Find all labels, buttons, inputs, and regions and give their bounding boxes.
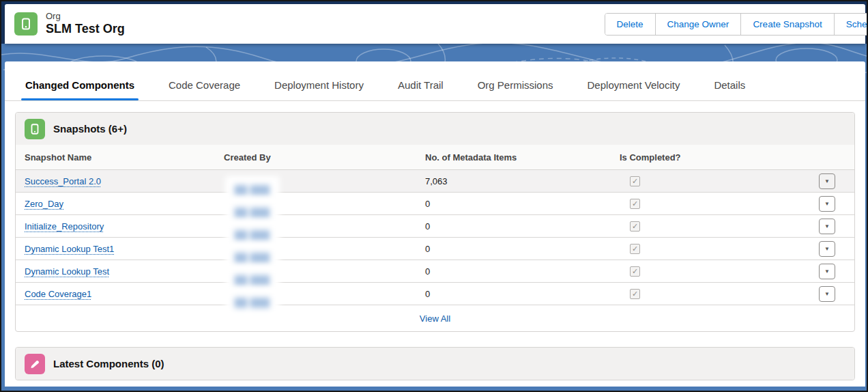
view-all-link[interactable]: View All [420,313,450,324]
tab-deployment-velocity[interactable]: Deployment Velocity [586,79,682,100]
snapshots-icon [25,119,45,139]
schedule-button[interactable]: Schedule [834,14,868,35]
row-actions-dropdown-button[interactable]: ▼ [819,196,835,212]
tab-code-coverage[interactable]: Code Coverage [167,79,242,100]
snapshot-name-link[interactable]: Zero_Day [25,199,63,209]
down-triangle-icon: ▼ [824,291,830,297]
snapshot-name-link[interactable]: Success_Portal 2.0 [25,176,101,186]
table-header-row: Snapshot Name Created By No. of Metadata… [16,145,854,170]
table-row: Dynamic Lookup Test ██ ███ 0 ✓ ▼ [16,260,854,283]
is-completed-checkbox: ✓ [630,199,640,209]
metadata-items-count: 0 [425,289,620,299]
mobile-phone-icon [29,123,41,135]
snapshot-name-link[interactable]: Dynamic Lookup Test [25,266,109,277]
entity-type-label: Org [46,12,125,22]
mobile-phone-icon [19,17,33,31]
snapshots-table-body: Success_Portal 2.0 ██ ███ 7,063 ✓ ▼ Zero… [16,170,854,305]
create-snapshot-button[interactable]: Create Snapshot [740,14,833,35]
record-header: Org SLM Test Org Delete Change Owner Cre… [5,4,865,44]
down-triangle-icon: ▼ [824,246,830,252]
delete-button[interactable]: Delete [605,14,655,35]
table-row: Success_Portal 2.0 ██ ███ 7,063 ✓ ▼ [16,170,854,193]
record-action-buttons: Delete Change Owner Create Snapshot Sche… [605,13,868,36]
app-window: Org SLM Test Org Delete Change Owner Cre… [0,0,868,392]
org-icon [14,12,38,36]
latest-components-card: Latest Components (0) [15,347,855,380]
header-titles: Org SLM Test Org [46,12,125,36]
snapshots-card-title: Snapshots (6+) [53,123,127,135]
is-completed-checkbox: ✓ [630,244,640,254]
snapshots-card: Snapshots (6+) Snapshot Name Created By … [15,112,855,332]
is-completed-checkbox: ✓ [630,221,640,232]
table-row: Initialize_Repository ██ ███ 0 ✓ ▼ [16,215,854,238]
snapshots-card-header[interactable]: Snapshots (6+) [16,113,854,145]
metadata-items-count: 0 [425,244,620,254]
table-row: Code Coverage1 ██ ███ 0 ✓ ▼ [16,283,854,305]
is-completed-checkbox: ✓ [630,289,640,299]
is-completed-checkbox: ✓ [630,266,640,277]
column-header-snapshot-name[interactable]: Snapshot Name [16,152,224,163]
tab-deployment-history[interactable]: Deployment History [273,79,365,100]
row-actions-dropdown-button[interactable]: ▼ [819,286,835,302]
metadata-items-count: 0 [425,199,620,209]
snapshot-name-link[interactable]: Code Coverage1 [25,289,91,299]
snapshot-name-link[interactable]: Initialize_Repository [25,221,104,232]
column-header-is-completed[interactable]: Is Completed? [620,152,819,163]
latest-components-card-title: Latest Components (0) [53,358,164,369]
is-completed-checkbox: ✓ [630,176,640,186]
tab-audit-trail[interactable]: Audit Trail [396,79,445,100]
row-actions-dropdown-button[interactable]: ▼ [819,173,835,189]
metadata-items-count: 7,063 [425,176,620,186]
view-all-row: View All [16,305,854,331]
latest-components-icon [25,354,45,374]
brush-icon [29,358,41,370]
tab-org-permissions[interactable]: Org Permissions [476,79,555,100]
tab-details[interactable]: Details [712,79,747,100]
table-row: Zero_Day ██ ███ 0 ✓ ▼ [16,193,854,215]
down-triangle-icon: ▼ [824,268,830,275]
down-triangle-icon: ▼ [824,178,830,184]
down-triangle-icon: ▼ [824,223,830,229]
column-header-created-by[interactable]: Created By [224,152,425,163]
page-title: SLM Test Org [46,22,125,36]
snapshot-name-link[interactable]: Dynamic Lookup Test1 [25,244,114,254]
row-actions-dropdown-button[interactable]: ▼ [819,264,835,279]
tab-bar: Changed Components Code Coverage Deploym… [5,61,865,101]
latest-components-card-header[interactable]: Latest Components (0) [16,348,854,380]
row-actions-dropdown-button[interactable]: ▼ [819,219,835,234]
row-actions-dropdown-button[interactable]: ▼ [819,241,835,257]
metadata-items-count: 0 [425,221,620,232]
down-triangle-icon: ▼ [824,201,830,207]
metadata-items-count: 0 [425,266,620,277]
table-row: Dynamic Lookup Test1 ██ ███ 0 ✓ ▼ [16,238,854,260]
change-owner-button[interactable]: Change Owner [655,14,741,35]
main-panel: Changed Components Code Coverage Deploym… [5,61,865,387]
column-header-metadata-items[interactable]: No. of Metadata Items [425,152,620,163]
tab-changed-components[interactable]: Changed Components [24,79,136,100]
